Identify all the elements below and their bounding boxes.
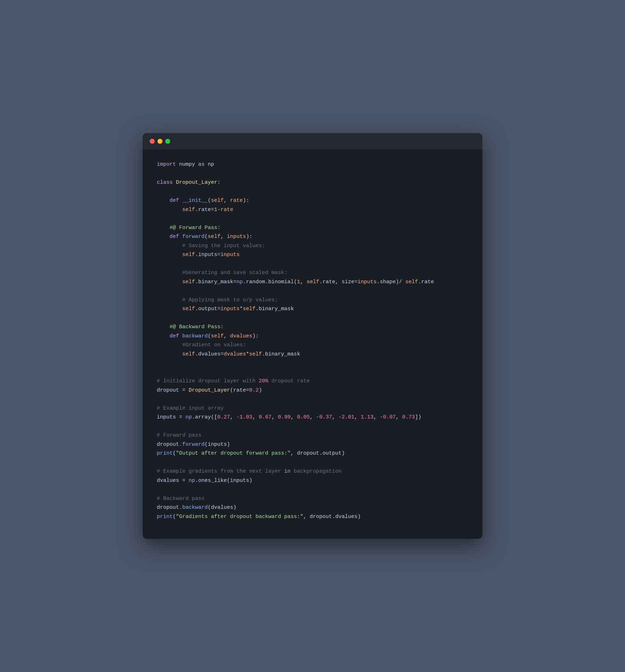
close-button[interactable]: [150, 139, 155, 144]
code-line-35: # Example gradients from the next layer …: [157, 467, 468, 476]
code-line-29: inputs = np.array([0.27, -1.03, 0.67, 0.…: [157, 413, 468, 422]
code-line-14: self.binary_mask=np.random.binomial(1, s…: [157, 278, 468, 287]
code-line-8: #@ Forward Pass:: [157, 223, 468, 233]
code-line-5: def __init__(self, rate):: [157, 196, 468, 205]
code-line-32: dropout.forward(inputs): [157, 440, 468, 449]
titlebar: [143, 133, 482, 149]
code-line-blank-6: [157, 314, 468, 323]
code-line-40: print("Gradients after dropout backward …: [157, 512, 468, 522]
code-line-39: dropout.backward(dvalues): [157, 503, 468, 512]
minimize-button[interactable]: [157, 139, 162, 144]
code-line-13: #Generating and save scaled mask:: [157, 268, 468, 278]
code-line-11: self.inputs=inputs: [157, 250, 468, 260]
code-line-26: dropout = Dropout_Layer(rate=0.2): [157, 386, 468, 395]
code-line-9: def forward(self, inputs):: [157, 232, 468, 241]
code-line-16: # Applying mask to o/p values:: [157, 296, 468, 305]
code-line-31: # Forward pass: [157, 431, 468, 440]
code-line-blank-8: [157, 368, 468, 377]
code-line-21: #Gradient on values:: [157, 341, 468, 350]
code-line-25: # Initialize dropout layer with 20% drop…: [157, 377, 468, 386]
code-window: import numpy as np class Dropout_Layer: …: [143, 133, 482, 539]
code-line-6: self.rate=1-rate: [157, 205, 468, 215]
code-line-28: # Example input array: [157, 404, 468, 413]
code-line-1: import numpy as np: [157, 160, 468, 169]
code-line-22: self.dvalues=dvalues*self.binary_mask: [157, 350, 468, 359]
code-line-33: print("Output after dropout forward pass…: [157, 449, 468, 458]
code-line-blank-4: [157, 260, 468, 269]
code-line-blank-2: [157, 187, 468, 197]
code-line-blank-12: [157, 485, 468, 494]
code-line-38: # Backward pass: [157, 494, 468, 503]
code-line-17: self.output=inputs*self.binary_mask: [157, 304, 468, 314]
code-line-blank-9: [157, 395, 468, 404]
code-line-36: dvalues = np.ones_like(inputs): [157, 476, 468, 485]
code-line-blank-7: [157, 359, 468, 368]
code-line-10: # Saving the input values:: [157, 241, 468, 251]
code-line-20: def backward(self, dvalues):: [157, 332, 468, 341]
code-line-blank-5: [157, 286, 468, 296]
code-editor: import numpy as np class Dropout_Layer: …: [143, 149, 482, 539]
code-line-blank-10: [157, 422, 468, 431]
code-line-19: #@ Backward Pass:: [157, 323, 468, 332]
code-line-3: class Dropout_Layer:: [157, 178, 468, 187]
code-line-blank-11: [157, 458, 468, 467]
code-line-blank-3: [157, 214, 468, 223]
code-line-blank-1: [157, 169, 468, 178]
maximize-button[interactable]: [165, 139, 170, 144]
